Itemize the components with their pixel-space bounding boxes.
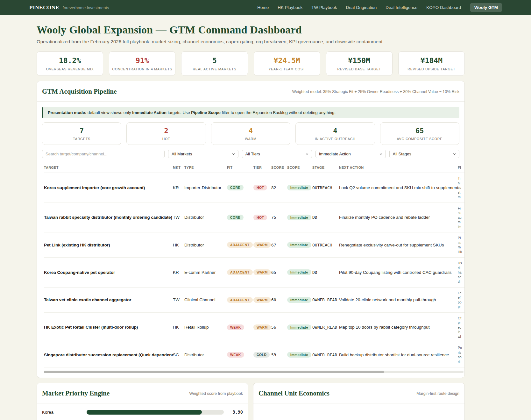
tier-filter-select[interactable]: All Tiers <box>242 150 312 158</box>
cell-stage: DD <box>312 258 339 288</box>
market-engine-header: Market Priority Engine Weighted score fr… <box>37 383 248 403</box>
nav-item-koyo-dashboard[interactable]: KOYO Dashboard <box>426 5 461 10</box>
table-header-row: TARGET MKT TYPE FIT TIER SCORE SCOPE STA… <box>44 162 464 173</box>
cell-tier: COLD <box>253 342 271 367</box>
cell-type: Importer-Distributor <box>184 173 227 203</box>
stat-value: 2 <box>128 127 204 135</box>
callout-lead: Presentation mode: <box>48 110 86 115</box>
chevron-down-icon <box>379 152 383 156</box>
cell-target: HK Exotic Pet Retail Cluster (multi-door… <box>44 312 173 342</box>
cell-scope: Immediate <box>287 203 312 232</box>
fit-badge: ADJACENT <box>227 269 253 275</box>
market-filter-select[interactable]: All Markets <box>168 150 238 158</box>
cell-target: Taiwan vet-clinic exotic channel aggrega… <box>44 287 173 312</box>
cell-tier: HOT <box>253 173 271 203</box>
col-mkt: MKT <box>173 162 184 173</box>
search-input[interactable] <box>42 150 165 158</box>
cell-fit: ADJACENT <box>227 232 253 258</box>
cell-clipped-text: Us di ha ac di <box>458 258 464 288</box>
cell-score: 67 <box>271 232 287 258</box>
kpi-row: 18.2% OVERSEAS REVENUE MIX 91% CONCENTRA… <box>37 51 465 76</box>
cell-tier: WARM <box>253 258 271 288</box>
cell-next-action: Map top 10 doors by rabbit category thro… <box>339 312 458 342</box>
pipeline-filters: All Markets All Tiers Immediate Action A… <box>42 150 459 158</box>
col-target: TARGET <box>44 162 173 173</box>
cell-type: Distributor <box>184 232 227 258</box>
callout-text: filter to open the Expansion Backlog wit… <box>221 110 336 115</box>
nav-item-deal-intelligence[interactable]: Deal Intelligence <box>386 5 417 10</box>
kpi-label: YEAR-1 TEAM COST <box>256 67 318 71</box>
cell-target: Korea supplement importer (core growth a… <box>44 173 173 203</box>
cell-clipped-text: Le ef po pr <box>458 287 464 312</box>
tier-badge: WARM <box>253 269 271 275</box>
stat-label: HOT <box>128 137 204 141</box>
horizontal-scrollbar-thumb[interactable] <box>44 371 384 373</box>
nav-item-deal-origination[interactable]: Deal Origination <box>346 5 377 10</box>
stage-filter-value: All Stages <box>393 152 412 156</box>
tier-badge: HOT <box>253 185 267 190</box>
tier-badge: COLD <box>253 352 270 358</box>
stat-avg-composite-score: 65 AVG COMPOSITE SCORE <box>380 122 459 145</box>
cell-fit: WEAK <box>227 342 253 367</box>
table-row: Korea supplement importer (core growth a… <box>44 173 464 203</box>
tier-badge: WARM <box>253 242 271 248</box>
nav-item-home[interactable]: Home <box>257 5 269 10</box>
cell-clipped-text: Ot pr ec in wl <box>458 312 464 342</box>
stat-label: TARGETS <box>44 137 120 141</box>
stat-in-active-outreach: 4 IN ACTIVE OUTREACH <box>295 122 375 145</box>
cell-next-action: Validate 20-clinic network and monthly p… <box>339 287 458 312</box>
horizontal-scrollbar-track[interactable] <box>44 371 464 373</box>
nav-items: Home HK Playbook TW Playbook Deal Origin… <box>257 3 502 12</box>
chevron-down-icon <box>453 152 456 156</box>
nav-item-tw-playbook[interactable]: TW Playbook <box>311 5 337 10</box>
col-clipped: FI <box>458 162 464 173</box>
cell-tier: WARM <box>253 312 271 342</box>
stat-label: AVG COMPOSITE SCORE <box>382 137 458 141</box>
scope-badge: Immediate <box>287 215 311 220</box>
scope-badge: Immediate <box>287 297 311 303</box>
market-priority-engine-card: Market Priority Engine Weighted score fr… <box>37 383 248 420</box>
cell-target: Singapore distributor succession replace… <box>44 342 173 367</box>
callout-text: targets. Use <box>166 110 191 115</box>
nav-item-hk-playbook[interactable]: HK Playbook <box>278 5 302 10</box>
channel-unit-economics-card: Channel Unit Economics Margin-first rout… <box>253 383 465 420</box>
kpi-value: 91% <box>111 56 173 65</box>
col-next-action: NEXT ACTION <box>339 162 458 173</box>
scope-filter-select[interactable]: Immediate Action <box>315 150 386 158</box>
kpi-value: 5 <box>183 56 245 65</box>
cell-mkt: TW <box>173 203 184 232</box>
cell-target: Korea Coupang-native pet operator <box>44 258 173 288</box>
chevron-down-icon <box>232 152 235 156</box>
stage-filter-select[interactable]: All Stages <box>389 150 460 158</box>
cell-score: 75 <box>271 203 287 232</box>
cell-scope: Immediate <box>287 258 312 288</box>
cell-tier: WARM <box>253 232 271 258</box>
stat-value: 7 <box>44 127 120 135</box>
stat-value: 4 <box>213 127 289 135</box>
cell-mkt: TW <box>173 287 184 312</box>
cell-fit: ADJACENT <box>227 287 253 312</box>
bottom-section: Market Priority Engine Weighted score fr… <box>37 383 465 420</box>
top-nav: PINECONE foreverhome.investments Home HK… <box>0 0 531 15</box>
cell-type: Retail Rollup <box>184 312 227 342</box>
table-row: Taiwan vet-clinic exotic channel aggrega… <box>44 287 464 312</box>
kpi-value: ¥150M <box>328 56 390 65</box>
market-label: Korea <box>42 410 87 415</box>
callout-bold-pipeline-scope: Pipeline Scope <box>191 110 220 115</box>
cell-next-action: Finalize monthly PO cadence and rebate l… <box>339 203 458 232</box>
tier-badge: HOT <box>253 215 267 220</box>
cell-stage: OUTREACH <box>312 173 339 203</box>
scope-filter-value: Immediate Action <box>319 152 351 156</box>
nav-item-wooly-gtm-active[interactable]: Wooly GTM <box>470 3 502 12</box>
cell-type: Clinical Channel <box>184 287 227 312</box>
pipeline-stats: 7 TARGETS 2 HOT 4 WARM 4 IN ACTIVE OUTRE… <box>42 122 459 145</box>
presentation-mode-callout: Presentation mode: default view shows on… <box>42 107 459 118</box>
stat-label: IN ACTIVE OUTREACH <box>297 137 373 141</box>
market-score-row-korea: Korea 3.90 <box>37 403 248 415</box>
cell-stage: OWNER_READ <box>312 342 339 367</box>
scope-badge: Immediate <box>287 269 311 275</box>
market-score-value: 3.90 <box>224 409 243 415</box>
col-fit: FIT <box>227 162 253 173</box>
col-type: TYPE <box>184 162 227 173</box>
cell-clipped-text: Pi su ra HK <box>458 232 464 258</box>
